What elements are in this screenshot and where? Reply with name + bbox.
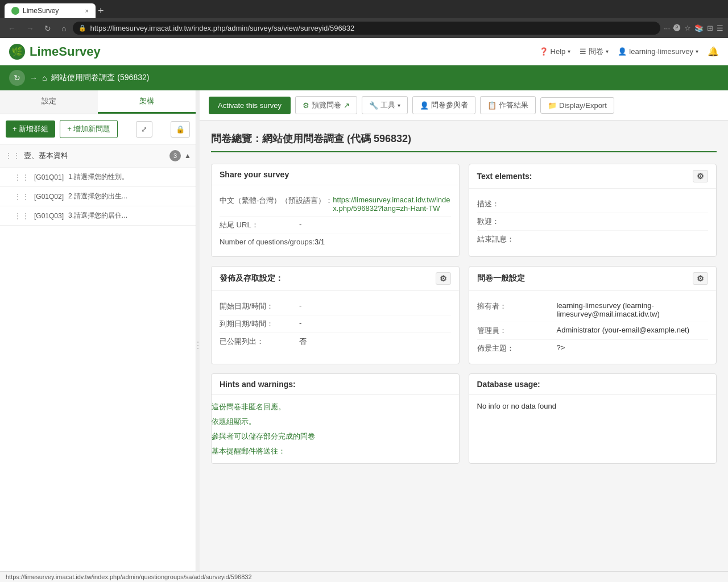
forward-button[interactable]: →: [23, 23, 38, 34]
add-group-button[interactable]: + 新增群組: [6, 120, 55, 138]
tools-icon: 🔧: [369, 101, 378, 110]
refresh-button[interactable]: ↻: [41, 23, 55, 34]
share-survey-title: Share your survey: [220, 170, 289, 179]
questionnaire-arrow-icon: ▾: [606, 48, 609, 55]
warning-4[interactable]: 基本提醒郵件將送往：: [212, 444, 459, 459]
menu-button[interactable]: ☰: [717, 24, 723, 32]
lock-button[interactable]: 🔒: [171, 121, 190, 138]
home-button[interactable]: ⌂: [58, 23, 69, 34]
url-input[interactable]: [90, 24, 655, 32]
tab-title: LimeSurvey: [23, 7, 59, 15]
end-date-row: 到期日期/時間： -: [220, 315, 451, 333]
warning-1[interactable]: 這份問卷非匿名回應。: [212, 400, 459, 414]
sidebar-actions: + 新增群組 + 增加新問題 ⤢ 🔒: [0, 114, 196, 144]
share-survey-qcount-label: Number of questions/groups:: [220, 238, 315, 246]
hints-card: Hints and warnings: 這份問卷非匿名回應。 依題組顯示。 參與…: [211, 373, 460, 464]
back-button[interactable]: ←: [5, 23, 19, 34]
user-arrow-icon: ▾: [696, 48, 698, 55]
warning-2[interactable]: 依題組顯示。: [212, 414, 459, 429]
user-button[interactable]: 👤 learning-limesurvey ▾: [618, 47, 698, 56]
browser-chrome: LimeSurvey × + ← → ↻ ⌂ 🔒 ··· 🅟 ☆ 📚 ⊞ ☰: [0, 0, 728, 38]
hints-card-body: 這份問卷非匿名回應。 依題組顯示。 參與者可以儲存部分完成的問卷 基本提醒郵件將…: [212, 395, 459, 463]
database-title: Database usage:: [477, 380, 540, 389]
sidebar-group: ⋮⋮ 壹、基本資料 3 ▲ ⋮⋮ [G01Q01] 1.請選擇您的性別。 ⋮⋮ …: [0, 144, 196, 226]
add-question-button[interactable]: + 增加新問題: [60, 120, 118, 138]
breadcrumb-home-icon[interactable]: ⌂: [42, 73, 47, 82]
welcome-label: 歡迎：: [477, 217, 557, 227]
participants-label: 問卷參與者: [431, 100, 468, 110]
content-area: Activate this survey ⚙ 預覽問卷 ↗ 🔧 工具 ▾ 👤 問…: [200, 90, 728, 582]
q1-label: 1.請選擇您的性別。: [68, 172, 129, 182]
logo-icon: 🌿: [9, 44, 25, 60]
browser-tab-bar: LimeSurvey × +: [0, 0, 728, 18]
public-listed-label: 已公開列出：: [220, 336, 299, 347]
app-logo: 🌿 LimeSurvey: [9, 44, 101, 60]
expand-button[interactable]: ⤢: [136, 121, 152, 138]
text-elements-title: Text elements:: [477, 172, 532, 181]
page-title: 問卷總覽：網站使用問卷調查 (代碼 596832): [211, 132, 717, 152]
q2-label: 2.請選擇您的出生...: [68, 192, 127, 201]
sidebar-question-2[interactable]: ⋮⋮ [G01Q02] 2.請選擇您的出生...: [0, 186, 196, 206]
text-elements-card-body: 描述： 歡迎： 結束訊息：: [469, 189, 717, 255]
lock-icon: 🔒: [78, 24, 86, 32]
text-description-row: 描述：: [477, 196, 709, 213]
tab-settings[interactable]: 設定: [0, 90, 98, 114]
publish-settings-gear-button[interactable]: ⚙: [436, 272, 451, 285]
survey-link[interactable]: https://limesurvey.imacat.idv.tw/index.p…: [333, 196, 450, 213]
notification-button[interactable]: 🔔: [708, 46, 719, 57]
publish-settings-card-header: 發佈及存取設定： ⚙: [212, 267, 459, 291]
end-message-label: 結束訊息：: [477, 234, 557, 244]
general-settings-gear-button[interactable]: ⚙: [693, 272, 708, 285]
q2-drag-handle-icon: ⋮⋮: [14, 192, 30, 201]
sidebar-group-header[interactable]: ⋮⋮ 壹、基本資料 3 ▲: [0, 144, 196, 167]
activate-survey-button[interactable]: Activate this survey: [209, 97, 291, 114]
tools-button[interactable]: 🔧 工具 ▾: [362, 96, 408, 114]
browser-tab[interactable]: LimeSurvey ×: [5, 3, 96, 18]
general-settings-card: 問卷一般設定 ⚙ 擁有者： learning-limesurvey (learn…: [469, 266, 717, 364]
start-date-row: 開始日期/時間： -: [220, 298, 451, 315]
main-layout: 設定 架構 + 新增群組 + 增加新問題 ⤢ 🔒 ⋮⋮ 壹、基本資料 3 ▲ ⋮…: [0, 90, 728, 582]
help-arrow-icon: ▾: [568, 48, 570, 55]
app-header: 🌿 LimeSurvey ❓ Help ▾ ☰ 問卷 ▾ 👤 learning-…: [0, 38, 728, 65]
questionnaire-button[interactable]: ☰ 問卷 ▾: [580, 47, 609, 57]
description-value: [557, 199, 709, 209]
database-card: Database usage: No info or no data found: [469, 373, 717, 464]
public-listed-value: 否: [299, 336, 451, 347]
publish-settings-card-body: 開始日期/時間： - 到期日期/時間： - 已公開列出： 否: [212, 291, 459, 357]
database-card-header: Database usage:: [469, 374, 717, 395]
display-export-button[interactable]: 📁 Display/Export: [540, 97, 614, 114]
share-survey-lang-label: 中文（繁體-台灣）（預設語言）：: [220, 196, 333, 213]
preview-button[interactable]: ⚙ 預覽問卷 ↗: [295, 96, 357, 114]
help-button[interactable]: ❓ Help ▾: [539, 47, 571, 56]
questionnaire-label: 問卷: [589, 47, 603, 57]
owner-row: 擁有者： learning-limesurvey (learning-limes…: [477, 298, 709, 322]
new-tab-button[interactable]: +: [98, 5, 104, 17]
theme-value: ?>: [557, 343, 709, 354]
breadcrumb-refresh-button[interactable]: ↻: [9, 70, 25, 86]
breadcrumb-arrow-icon: →: [30, 73, 38, 82]
share-survey-row-3: Number of questions/groups: 3/1: [220, 234, 451, 250]
responses-button[interactable]: 📋 作答結果: [480, 96, 536, 114]
star-button[interactable]: ☆: [684, 24, 691, 32]
text-elements-gear-button[interactable]: ⚙: [693, 170, 708, 182]
close-tab-button[interactable]: ×: [85, 7, 89, 14]
sync-button[interactable]: ⊞: [707, 24, 713, 32]
pocket-button[interactable]: 🅟: [673, 24, 681, 32]
share-survey-row-1: 中文（繁體-台灣）（預設語言）： https://limesurvey.imac…: [220, 192, 451, 217]
participants-button[interactable]: 👤 問卷參與者: [412, 96, 475, 114]
warning-3[interactable]: 參與者可以儲存部分完成的問卷: [212, 429, 459, 444]
hints-card-header: Hints and warnings:: [212, 374, 459, 395]
status-bar: https://limesurvey.imacat.idv.tw/index.p…: [0, 571, 728, 582]
admin-label: 管理員：: [477, 326, 557, 336]
drag-handle-icon: ⋮⋮: [5, 151, 20, 160]
browser-nav-right: ··· 🅟 ☆ 📚 ⊞ ☰: [664, 24, 723, 32]
sidebar-question-3[interactable]: ⋮⋮ [G01Q03] 3.請選擇您的居住...: [0, 206, 196, 225]
general-settings-title: 問卷一般設定: [477, 273, 525, 284]
sidebar-question-1[interactable]: ⋮⋮ [G01Q01] 1.請選擇您的性別。: [0, 167, 196, 186]
bookmarks-button[interactable]: 📚: [694, 24, 704, 32]
tab-structure[interactable]: 架構: [98, 90, 196, 114]
share-survey-card: Share your survey 中文（繁體-台灣）（預設語言）： https…: [211, 164, 460, 257]
share-survey-qcount-value: 3/1: [315, 238, 451, 246]
more-button[interactable]: ···: [664, 24, 670, 32]
cards-grid: Share your survey 中文（繁體-台灣）（預設語言）： https…: [211, 164, 717, 464]
